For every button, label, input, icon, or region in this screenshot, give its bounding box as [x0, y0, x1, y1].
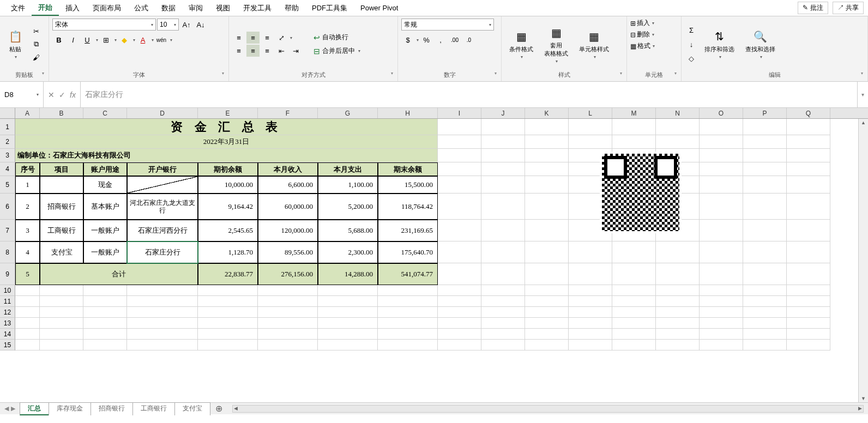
sheet-tab-0[interactable]: 汇总	[20, 402, 49, 415]
col-header-K[interactable]: K	[525, 108, 569, 118]
cell[interactable]	[612, 340, 656, 351]
increase-font-button[interactable]: A↑	[180, 19, 193, 31]
table-cell[interactable]: 基本账户	[83, 194, 127, 220]
row-header-5[interactable]: 5	[0, 176, 15, 194]
cell[interactable]	[438, 176, 481, 194]
align-top-button[interactable]: ≡	[232, 32, 245, 44]
cell[interactable]	[258, 307, 318, 318]
cell[interactable]	[83, 340, 127, 351]
row-header-8[interactable]: 8	[0, 241, 15, 263]
cell[interactable]	[127, 318, 198, 329]
cell[interactable]	[787, 318, 830, 329]
table-cell[interactable]: 招商银行	[40, 194, 83, 220]
cell[interactable]	[787, 220, 830, 241]
cell[interactable]	[318, 329, 378, 340]
increase-decimal-button[interactable]: .00	[448, 34, 461, 46]
table-cell[interactable]: 175,640.70	[378, 241, 438, 263]
cell[interactable]	[83, 285, 127, 296]
font-size-select[interactable]: 10▾	[157, 19, 179, 31]
cell[interactable]	[656, 285, 700, 296]
cell[interactable]	[525, 119, 569, 135]
cell[interactable]	[743, 329, 787, 340]
cell[interactable]	[612, 263, 656, 285]
vertical-scrollbar[interactable]	[858, 119, 868, 402]
paste-button[interactable]: 📋 粘贴▾	[3, 27, 27, 62]
menu-review[interactable]: 审阅	[182, 1, 209, 15]
cell[interactable]	[481, 307, 525, 318]
decrease-font-button[interactable]: A↓	[194, 19, 207, 31]
cell[interactable]	[787, 285, 830, 296]
cell[interactable]	[656, 241, 700, 263]
cell[interactable]	[569, 329, 612, 340]
cell[interactable]	[525, 220, 569, 241]
row-header-11[interactable]: 11	[0, 296, 15, 307]
cell[interactable]	[743, 307, 787, 318]
add-sheet-button[interactable]: ⊕	[210, 403, 228, 414]
cell[interactable]	[569, 135, 612, 149]
cell[interactable]	[787, 149, 830, 162]
menu-help[interactable]: 帮助	[278, 1, 305, 15]
cell[interactable]	[743, 119, 787, 135]
cut-button[interactable]: ✂	[29, 25, 43, 37]
table-cell[interactable]	[40, 176, 83, 194]
align-center-button[interactable]: ≡	[246, 45, 260, 57]
table-cell[interactable]: 5,688.00	[318, 220, 378, 241]
cell[interactable]	[258, 285, 318, 296]
table-cell[interactable]: 现金	[83, 176, 127, 194]
share-button[interactable]: ↗ 共享	[833, 2, 864, 14]
border-button[interactable]: ⊞	[99, 34, 112, 46]
cell[interactable]	[700, 135, 743, 149]
copy-button[interactable]: ⧉	[29, 38, 43, 50]
row-header-9[interactable]: 9	[0, 263, 15, 285]
cell[interactable]	[743, 220, 787, 241]
cell[interactable]	[569, 340, 612, 351]
cell[interactable]	[700, 329, 743, 340]
col-header-C[interactable]: C	[83, 108, 127, 118]
cell[interactable]	[481, 285, 525, 296]
cell[interactable]	[743, 285, 787, 296]
cell[interactable]	[700, 285, 743, 296]
cell[interactable]	[15, 296, 40, 307]
cell[interactable]	[83, 296, 127, 307]
font-color-button[interactable]: A	[136, 34, 149, 46]
menu-pdf[interactable]: PDF工具集	[305, 1, 354, 15]
cell[interactable]	[656, 329, 700, 340]
select-all-corner[interactable]	[0, 108, 15, 118]
cell[interactable]	[569, 241, 612, 263]
bold-button[interactable]: B	[52, 34, 65, 46]
cell[interactable]	[525, 162, 569, 176]
cell[interactable]	[438, 329, 481, 340]
table-cell[interactable]: 石家庄分行	[127, 241, 198, 263]
annotate-button[interactable]: ✎ 批注	[798, 2, 828, 14]
format-painter-button[interactable]: 🖌	[29, 51, 43, 63]
cell[interactable]	[787, 176, 830, 194]
cell[interactable]	[15, 340, 40, 351]
col-header-G[interactable]: G	[318, 108, 378, 118]
cell[interactable]	[700, 176, 743, 194]
cancel-formula-button[interactable]: ✕	[48, 90, 55, 99]
cell[interactable]	[525, 176, 569, 194]
cell[interactable]	[787, 162, 830, 176]
align-left-button[interactable]: ≡	[232, 45, 245, 57]
table-cell[interactable]: 河北石家庄九龙大道支行	[127, 194, 198, 220]
percent-button[interactable]: %	[420, 34, 433, 46]
cell[interactable]	[525, 296, 569, 307]
table-cell[interactable]: 一般账户	[83, 220, 127, 241]
table-cell[interactable]: 1	[15, 176, 40, 194]
cell[interactable]	[481, 340, 525, 351]
cell[interactable]	[438, 162, 481, 176]
cell[interactable]	[318, 285, 378, 296]
sheet-tab-1[interactable]: 库存现金	[49, 402, 91, 415]
cell[interactable]	[258, 329, 318, 340]
cell[interactable]	[569, 263, 612, 285]
col-header-H[interactable]: H	[378, 108, 438, 118]
cell[interactable]	[787, 340, 830, 351]
cell[interactable]	[481, 149, 525, 162]
decrease-indent-button[interactable]: ⇤	[275, 45, 288, 57]
col-header-B[interactable]: B	[40, 108, 83, 118]
italic-button[interactable]: I	[67, 34, 80, 46]
cell[interactable]	[525, 194, 569, 220]
confirm-formula-button[interactable]: ✓	[59, 90, 65, 99]
cell[interactable]	[481, 194, 525, 220]
table-cell[interactable]: 2,300.00	[318, 241, 378, 263]
